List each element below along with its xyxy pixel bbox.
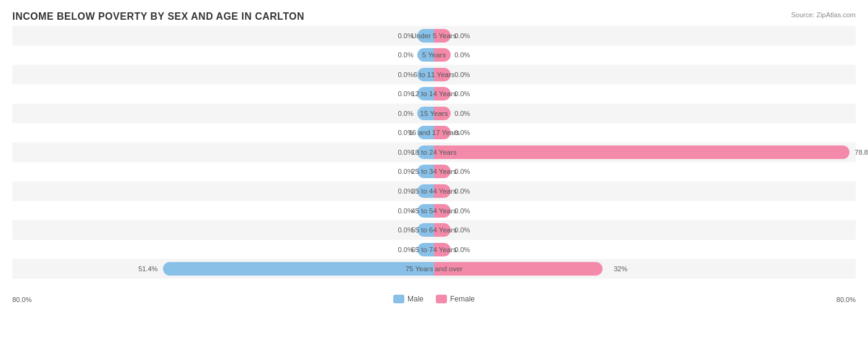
chart-container: INCOME BELOW POVERTY BY SEX AND AGE IN C…: [0, 0, 868, 344]
female-value: 0.0%: [454, 207, 470, 215]
right-side: 0.0%: [434, 181, 856, 201]
female-value-inside: 78.8%: [855, 149, 868, 156]
male-bar: [417, 48, 434, 62]
right-side: 0.0%: [434, 104, 856, 123]
male-value: 0.0%: [398, 168, 414, 175]
right-side: 0.0%: [434, 220, 856, 240]
male-bar: [417, 165, 434, 178]
right-side: 0.0%: [434, 26, 856, 46]
female-bar: [434, 29, 451, 43]
left-side: 0.0%: [12, 240, 434, 260]
male-value: 0.0%: [398, 110, 414, 117]
female-value: 0.0%: [454, 71, 470, 78]
female-bar: [434, 48, 451, 62]
male-bar: [417, 126, 434, 139]
right-side: 0.0%: [434, 123, 856, 143]
legend: Male Female: [393, 295, 475, 303]
male-value: 0.0%: [398, 51, 414, 59]
female-value: 0.0%: [454, 110, 470, 117]
female-bar: [434, 243, 451, 256]
left-side: 0.0%: [12, 104, 434, 123]
female-value: 0.0%: [454, 90, 470, 97]
male-bar: [417, 29, 434, 43]
left-side: 0.0%: [12, 123, 434, 143]
bar-row: 0.0% 0.0% 65 to 74 Years: [12, 240, 856, 260]
right-side: 32%: [434, 259, 856, 279]
left-side: 0.0%: [12, 84, 434, 104]
male-bar: [417, 184, 434, 198]
bar-row: 0.0% 0.0% 6 to 11 Years: [12, 65, 856, 84]
legend-male-label: Male: [407, 295, 424, 303]
female-bar: [434, 223, 451, 237]
female-bar: [434, 165, 451, 178]
male-bar: [417, 68, 434, 81]
female-value: 0.0%: [454, 32, 470, 39]
chart-title: INCOME BELOW POVERTY BY SEX AND AGE IN C…: [12, 11, 856, 22]
male-value: 0.0%: [398, 187, 414, 195]
female-bar: [434, 184, 451, 198]
legend-female-box: [436, 295, 447, 303]
bar-row: 0.0% 0.0% 15 Years: [12, 104, 856, 123]
female-bar: [434, 126, 451, 139]
footer-container: 80.0% Male Female 80.0%: [12, 279, 856, 303]
male-value: 0.0%: [398, 129, 414, 136]
bar-row: 51.4% 32% 75 Years and over: [12, 259, 856, 279]
right-side: 0.0%: [434, 65, 856, 84]
male-value: 0.0%: [398, 246, 414, 253]
left-side: 51.4%: [12, 259, 434, 279]
right-side: 0.0%: [434, 84, 856, 104]
male-value: 0.0%: [398, 226, 414, 234]
male-value-inside: 51.4%: [138, 265, 157, 272]
male-bar: [417, 107, 434, 120]
left-side: 0.0%: [12, 181, 434, 201]
male-value: 0.0%: [398, 90, 414, 97]
male-value: 0.0%: [398, 207, 414, 215]
male-bar: [417, 87, 434, 100]
male-value: 0.0%: [398, 32, 414, 39]
female-bar: [434, 107, 451, 120]
male-bar: [417, 223, 434, 237]
male-bar: 51.4%: [163, 262, 434, 276]
legend-male: Male: [393, 295, 424, 303]
source-text: Source: ZipAtlas.com: [791, 11, 856, 18]
female-bar: 32%: [434, 262, 603, 276]
left-side: 0.0%: [12, 46, 434, 65]
bar-row: 0.0% 0.0% 25 to 34 Years: [12, 162, 856, 182]
bar-row: 0.0% 0.0% 5 Years: [12, 46, 856, 65]
male-bar: [417, 243, 434, 256]
rows-container: 0.0% 0.0% Under 5 Years 0.0% 0.0% 5: [12, 26, 856, 279]
male-bar: [417, 145, 434, 159]
bar-row: 0.0% 0.0% 16 and 17 Years: [12, 123, 856, 143]
female-value: 0.0%: [454, 129, 470, 136]
bar-row: 0.0% 0.0% 45 to 54 Years: [12, 201, 856, 221]
female-value: 0.0%: [454, 51, 470, 59]
left-side: 0.0%: [12, 162, 434, 182]
left-side: 0.0%: [12, 65, 434, 84]
bar-row: 0.0% 0.0% 35 to 44 Years: [12, 181, 856, 201]
left-side: 0.0%: [12, 220, 434, 240]
right-side: 78.8%: [434, 142, 856, 162]
right-side: 0.0%: [434, 46, 856, 65]
left-side: 0.0%: [12, 142, 434, 162]
legend-female: Female: [436, 295, 475, 303]
female-value: 0.0%: [454, 168, 470, 175]
male-value: 0.0%: [398, 149, 414, 156]
female-value: 0.0%: [454, 187, 470, 195]
female-value-inside: 32%: [614, 265, 627, 272]
bar-row: 0.0% 0.0% 12 to 14 Years: [12, 84, 856, 104]
female-bar: 78.8%: [434, 145, 849, 159]
legend-female-label: Female: [450, 295, 475, 303]
female-bar: [434, 87, 451, 100]
axis-label-left: 80.0%: [12, 296, 31, 303]
male-value: 0.0%: [398, 71, 414, 78]
female-value: 0.0%: [454, 246, 470, 253]
female-value: 0.0%: [454, 226, 470, 234]
left-side: 0.0%: [12, 26, 434, 46]
right-side: 0.0%: [434, 201, 856, 221]
female-bar: [434, 204, 451, 218]
axis-label-right: 80.0%: [837, 296, 856, 303]
bar-row: 0.0% 0.0% 55 to 64 Years: [12, 220, 856, 240]
left-side: 0.0%: [12, 201, 434, 221]
legend-male-box: [393, 295, 404, 303]
bar-row: 0.0% 78.8% 18 to 24 Years: [12, 142, 856, 162]
